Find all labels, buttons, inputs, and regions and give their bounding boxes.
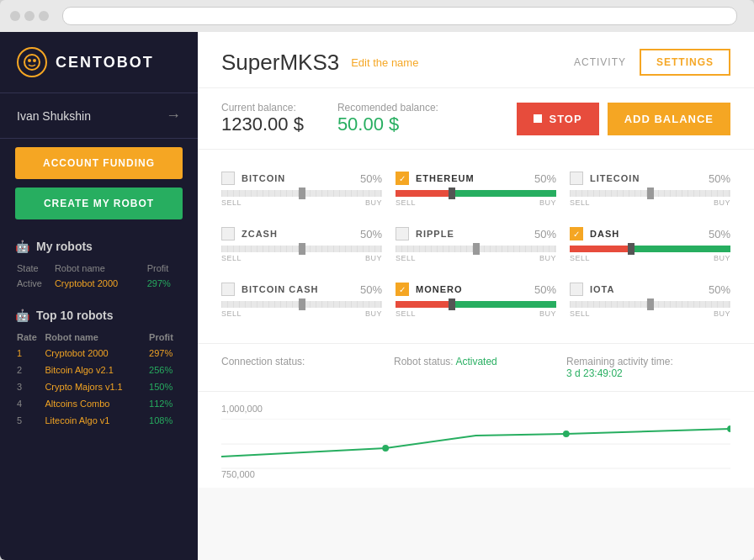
slider-thumb[interactable] <box>299 188 305 199</box>
slider-labels: SELL BUY <box>221 198 382 207</box>
slider-container: SELL BUY <box>221 190 382 207</box>
slider-thumb[interactable] <box>449 298 455 310</box>
slider-container: SELL BUY <box>396 190 556 207</box>
sell-label: SELL <box>570 309 590 318</box>
dot-3 <box>39 11 49 21</box>
sell-label: SELL <box>570 198 590 207</box>
top-robot-name[interactable]: Litecoin Algo v1 <box>45 413 147 428</box>
buy-label: BUY <box>365 198 382 207</box>
crypto-header: BITCOIN CASH 50% <box>221 283 382 296</box>
crypto-checkbox[interactable] <box>396 227 409 240</box>
crypto-card: BITCOIN CASH 50% SELL BUY <box>215 274 389 330</box>
crypto-checkbox[interactable] <box>396 283 409 296</box>
slider-container: SELL BUY <box>221 246 382 262</box>
top-robot-name[interactable]: Cryptobot 2000 <box>45 346 147 361</box>
slider-labels: SELL BUY <box>570 198 730 207</box>
top-col-rate: Rate <box>17 330 43 344</box>
crypto-left: ZCASH <box>221 227 278 240</box>
crypto-header: RIPPLE 50% <box>396 227 556 240</box>
slider-container: SELL BUY <box>396 246 556 262</box>
crypto-left: ETHEREUM <box>396 172 475 185</box>
table-row: 5 Litecoin Algo v1 108% <box>17 413 181 428</box>
remaining-time-value: 3 d 23:49:02 <box>566 367 623 379</box>
crypto-percent: 50% <box>534 172 556 185</box>
slider-container: SELL BUY <box>570 246 730 262</box>
crypto-card: IOTA 50% SELL BUY <box>563 274 737 330</box>
sidebar-buttons: ACCOUNT FUNDING CREATE MY ROBOT <box>0 139 198 228</box>
robot-status-value: Activated <box>455 356 496 367</box>
titlebar <box>0 0 754 32</box>
my-robots-section: 🤖 My robots State Robot name Profit Acti… <box>0 228 198 297</box>
table-row: 1 Cryptobot 2000 297% <box>17 346 181 361</box>
connection-status: Connection status: <box>221 356 385 379</box>
crypto-percent: 50% <box>709 283 730 296</box>
slider-thumb[interactable] <box>449 188 455 199</box>
buy-label: BUY <box>365 254 382 262</box>
top-col-profit: Profit <box>149 330 181 344</box>
crypto-name: BITCOIN <box>242 173 285 183</box>
crypto-name: BITCOIN CASH <box>242 284 318 294</box>
top-robot-name[interactable]: Altcoins Combo <box>45 396 147 411</box>
top-profit: 297% <box>149 346 181 361</box>
crypto-header: IOTA 50% <box>570 283 730 296</box>
robot-name[interactable]: Cryptobot 2000 <box>55 277 146 290</box>
recommended-balance-value: 50.00 $ <box>337 114 438 135</box>
edit-name-link[interactable]: Edit the name <box>351 56 418 69</box>
slider-thumb[interactable] <box>628 243 635 255</box>
crypto-checkbox[interactable] <box>221 172 235 185</box>
crypto-checkbox[interactable] <box>570 227 583 240</box>
top-rate: 4 <box>17 396 43 411</box>
slider-container: SELL BUY <box>570 190 730 207</box>
slider-thumb[interactable] <box>647 298 654 310</box>
slider-container: SELL BUY <box>396 301 556 318</box>
buy-label: BUY <box>539 309 556 318</box>
crypto-left: MONERO <box>396 283 463 296</box>
account-funding-button[interactable]: ACCOUNT FUNDING <box>15 147 183 179</box>
sidebar-user: Ivan Shukshin → <box>0 93 198 138</box>
top-robot-name[interactable]: Bitcoin Algo v2.1 <box>45 362 147 378</box>
chart-label-2: 750,000 <box>221 469 730 479</box>
logout-icon[interactable]: → <box>166 107 181 124</box>
top-profit: 150% <box>149 379 181 394</box>
sell-label: SELL <box>396 309 416 318</box>
add-balance-button[interactable]: ADD BALANCE <box>608 103 730 135</box>
crypto-percent: 50% <box>360 283 382 296</box>
crypto-checkbox[interactable] <box>396 172 409 185</box>
crypto-checkbox[interactable] <box>570 283 583 296</box>
crypto-header: MONERO 50% <box>396 283 556 296</box>
crypto-header: ZCASH 50% <box>221 227 382 240</box>
balance-row: Current balance: 1230.00 $ Recomended ba… <box>198 88 754 150</box>
crypto-left: RIPPLE <box>396 227 454 240</box>
crypto-percent: 50% <box>360 172 382 185</box>
slider-thumb[interactable] <box>473 243 480 255</box>
buy-label: BUY <box>539 254 556 262</box>
activity-link[interactable]: ACTIVITY <box>574 56 626 68</box>
stop-button[interactable]: STOP <box>517 103 598 135</box>
create-robot-button[interactable]: CREATE MY ROBOT <box>15 188 183 219</box>
table-row: Active Cryptobot 2000 297% <box>17 277 181 290</box>
crypto-checkbox[interactable] <box>221 227 235 240</box>
crypto-card: RIPPLE 50% SELL BUY <box>389 219 563 274</box>
recommended-balance-label: Recomended balance: <box>337 102 438 114</box>
slider-thumb[interactable] <box>299 298 305 310</box>
slider-thumb[interactable] <box>647 188 654 199</box>
crypto-checkbox[interactable] <box>570 172 583 185</box>
slider-thumb[interactable] <box>299 243 305 255</box>
buy-label: BUY <box>714 198 730 207</box>
top-robots-title: 🤖 Top 10 robots <box>15 309 183 322</box>
current-balance-value: 1230.00 $ <box>221 114 304 135</box>
balance-actions: STOP ADD BALANCE <box>517 103 730 135</box>
address-bar[interactable] <box>62 7 737 25</box>
my-robots-table: State Robot name Profit Active Cryptobot… <box>15 260 183 292</box>
settings-button[interactable]: SETTINGS <box>640 49 730 76</box>
slider-container: SELL BUY <box>570 301 730 318</box>
chart-area: 1,000,000 750,000 <box>198 391 754 488</box>
top-profit: 256% <box>149 362 181 378</box>
slider-labels: SELL BUY <box>396 309 556 318</box>
crypto-name: DASH <box>590 229 619 239</box>
crypto-name: ETHEREUM <box>416 173 475 183</box>
buy-label: BUY <box>714 309 730 318</box>
crypto-left: BITCOIN CASH <box>221 283 318 296</box>
top-robot-name[interactable]: Crypto Majors v1.1 <box>45 379 147 394</box>
crypto-checkbox[interactable] <box>221 283 235 296</box>
